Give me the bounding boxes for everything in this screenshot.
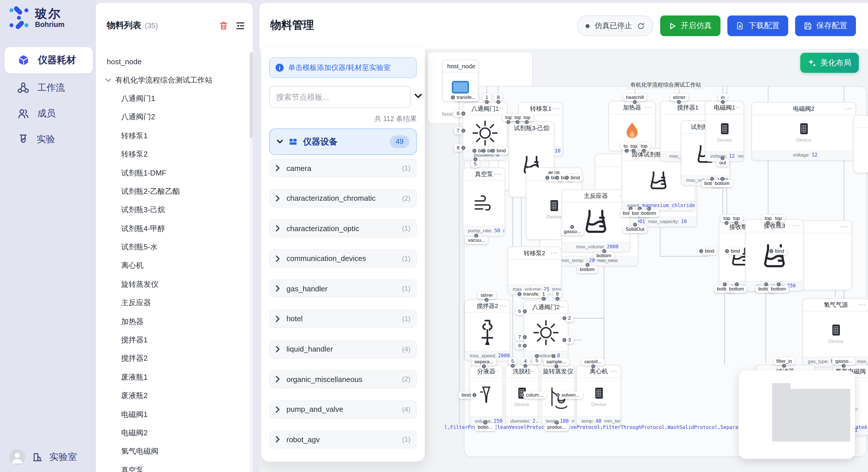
port-pill-vacuu[interactable]: vacuu...› — [465, 237, 488, 244]
category-robot_agv[interactable]: robot_agv(1) — [269, 430, 417, 449]
tree-item[interactable]: 八通阀门2 — [96, 108, 249, 127]
canvas-node-主反应器[interactable]: 主反应器•••max_volume:2000 — [561, 189, 630, 252]
canvas-node-离心机[interactable]: 离心机•••Devicetemp:40min_temp:4max_spe — [577, 365, 621, 427]
tree-item[interactable]: 电磁阀2 — [96, 424, 249, 442]
port-pill-sample[interactable]: sample...› — [544, 358, 569, 366]
download-config-button[interactable]: 下载配置 — [727, 15, 788, 36]
node-menu-icon[interactable]: ••• — [552, 103, 560, 115]
canvas-node-真空泵[interactable]: 真空泵•••pump_rate:50max_vacuum:0.1 — [463, 167, 505, 236]
port-pill-bottom[interactable]: bottom› — [768, 285, 789, 293]
panel-collapse-icon[interactable] — [414, 94, 422, 99]
tree-item-workstation[interactable]: 有机化学流程综合测试工作站 — [96, 71, 249, 90]
port-pill-bind[interactable]: bind› — [494, 147, 508, 155]
tree-item[interactable]: 试剂瓶1-DMF — [96, 164, 249, 182]
tree-item[interactable]: 氢气电磁阀 — [96, 442, 249, 461]
canvas-node-氢气气源[interactable]: 氢气气源•••Devicegas_type:hydrogenmax_pre — [803, 298, 868, 367]
tree-item[interactable]: 加热器 — [96, 312, 249, 331]
port-pill-top[interactable]: top› — [638, 142, 650, 150]
port-pill-1[interactable]: 1› — [483, 94, 491, 102]
port-pill-top[interactable]: top› — [521, 114, 533, 122]
node-menu-icon[interactable]: ••• — [544, 122, 551, 134]
port-pill-bottom[interactable]: bottom› — [594, 252, 614, 260]
node-menu-icon[interactable]: ••• — [858, 365, 866, 377]
port-pill-bottom[interactable]: bottom› — [726, 285, 747, 293]
canvas-node-八通阀门2[interactable]: 八通阀门2•••positions:8 — [524, 301, 568, 361]
port-pill-8[interactable]: 8› — [553, 291, 561, 298]
port-pill-botto[interactable]: botto...› — [475, 424, 495, 431]
canvas-node-电磁阀2[interactable]: 电磁阀2•••Devicevoltage:12 — [751, 102, 856, 161]
collapse-list-icon[interactable] — [236, 21, 245, 30]
search-input[interactable] — [269, 86, 411, 108]
port-pill-filterin[interactable]: filter_in› — [774, 358, 795, 365]
node-menu-icon[interactable]: ••• — [494, 168, 502, 180]
port-pill-8[interactable]: 8› — [515, 342, 524, 350]
node-menu-icon[interactable]: ••• — [845, 103, 852, 115]
node-menu-icon[interactable]: ••• — [551, 247, 558, 259]
category-communication_devices[interactable]: communication_devices(1) — [269, 249, 417, 268]
port-pill-5[interactable]: 5› — [532, 357, 541, 365]
tree-item[interactable]: 废液瓶2 — [96, 386, 249, 405]
port-pill-5[interactable]: 5› — [471, 160, 479, 168]
beautify-layout-button[interactable]: 美化布局 — [800, 53, 859, 73]
node-menu-icon[interactable]: ••• — [733, 102, 741, 113]
tree-item[interactable]: 废液瓶1 — [96, 368, 249, 386]
start-simulation-button[interactable]: 开启仿真 — [660, 15, 720, 36]
refresh-icon[interactable] — [637, 22, 645, 30]
sidebar-item-flow[interactable]: 工作流 — [5, 76, 93, 99]
node-menu-icon[interactable]: ••• — [468, 60, 475, 72]
node-menu-icon[interactable]: ••• — [497, 103, 504, 115]
port-pill-7[interactable]: 7› — [454, 127, 462, 135]
port-pill-top[interactable]: top› — [772, 215, 785, 223]
port-pill-7[interactable]: 7› — [515, 334, 524, 341]
port-pill-bind[interactable]: bind› — [459, 392, 474, 399]
save-config-button[interactable]: 保存配置 — [795, 15, 856, 36]
port-pill-transfe[interactable]: transfe...› — [454, 94, 478, 102]
sidebar-item-cube[interactable]: 仪器耗材 — [5, 47, 93, 73]
port-pill-2[interactable]: 2› — [565, 314, 574, 322]
canvas-node[interactable]: ••• — [801, 220, 852, 290]
port-pill-stirrer[interactable]: stirrer› — [477, 292, 496, 299]
port-pill-out[interactable]: out› — [716, 159, 729, 167]
port-pill-bind[interactable]: bind› — [568, 174, 583, 182]
port-pill-1[interactable]: 1› — [539, 291, 548, 298]
node-menu-icon[interactable]: ••• — [492, 365, 499, 377]
tree-item[interactable]: 旋转蒸发仪 — [96, 275, 249, 294]
canvas-node-转移泵2[interactable]: 转移泵2•••max_volume:25transfer_rate:10 — [507, 247, 561, 295]
node-menu-icon[interactable]: ••• — [499, 300, 507, 312]
port-pill-bind[interactable]: bind› — [702, 247, 717, 255]
minimap[interactable] — [739, 370, 855, 459]
tree-item[interactable]: 电磁阀1 — [96, 405, 249, 424]
port-pill-bottom[interactable]: bottom› — [712, 180, 733, 188]
port-pill-bottom[interactable]: bottom› — [577, 266, 598, 274]
node-menu-icon[interactable]: ••• — [858, 299, 866, 311]
port-pill-heatchill[interactable]: heatchill› — [623, 94, 647, 102]
port-pill-gasso[interactable]: gasso...› — [832, 358, 856, 365]
port-pill-centrif[interactable]: centrif...› — [582, 358, 604, 366]
port-pill-colum[interactable]: colum...› — [523, 392, 546, 399]
port-pill-in[interactable]: in› — [718, 94, 727, 102]
port-pill-SolidOut[interactable]: SolidOut› — [623, 226, 647, 233]
node-menu-icon[interactable]: ••• — [528, 365, 535, 377]
canvas-node-搅拌器2[interactable]: 搅拌器2•••max_speed:2000 — [464, 299, 510, 361]
tree-item[interactable]: 离心机 — [96, 257, 249, 275]
avatar[interactable] — [9, 449, 25, 465]
tree-item[interactable]: 搅拌器1 — [96, 331, 249, 349]
canvas-node-电磁阀1[interactable]: 电磁阀1•••Devicevoltage:12response_time:0.1 — [705, 101, 744, 162]
tree-item-host-node[interactable]: host_node — [96, 52, 249, 71]
port-pill-6[interactable]: 6› — [454, 110, 462, 117]
canvas-node[interactable] — [853, 115, 868, 173]
port-pill-bind[interactable]: bind› — [728, 247, 743, 255]
tree-item[interactable]: 主反应器 — [96, 294, 249, 312]
category-liquid_handler[interactable]: liquid_handler(4) — [269, 340, 417, 358]
materials-scrollbar[interactable] — [250, 52, 253, 472]
brand-logo[interactable]: 玻尔 Bohrium — [7, 6, 65, 29]
port-pill-5[interactable]: 5› — [508, 358, 517, 365]
category-camera[interactable]: camera(1) — [269, 159, 417, 177]
canvas-node-接收瓶3[interactable]: 接收瓶3•••max_volume:250 — [745, 219, 804, 291]
port-pill-4[interactable]: 4› — [521, 358, 529, 365]
port-pill-solven[interactable]: solven...› — [559, 392, 582, 399]
category-characterization_optic[interactable]: characterization_optic(1) — [269, 219, 417, 237]
tree-item[interactable]: 真空泵 — [96, 461, 249, 472]
category-gas_handler[interactable]: gas_handler(1) — [269, 279, 417, 298]
port-pill-separa[interactable]: separa...› — [472, 358, 496, 366]
